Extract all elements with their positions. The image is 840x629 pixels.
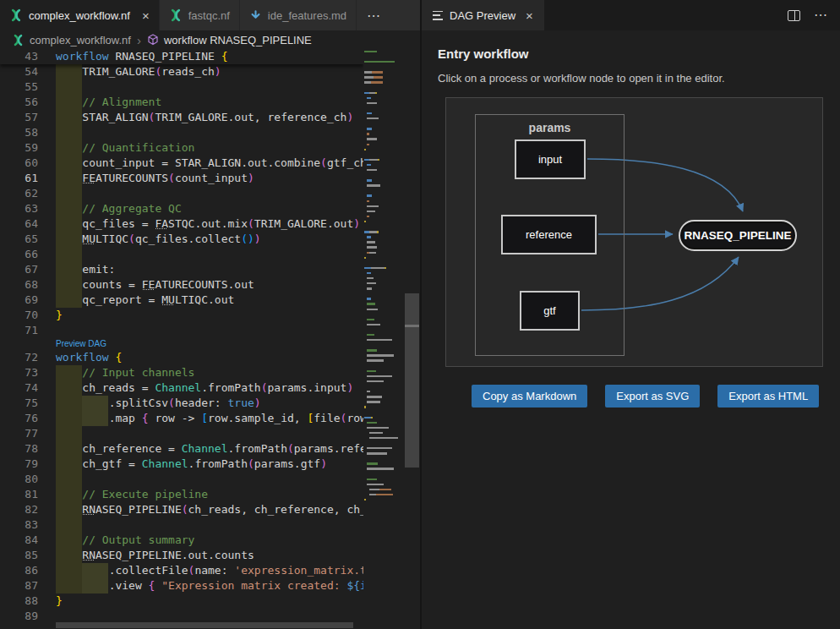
token <box>56 65 82 78</box>
token: ) <box>346 111 353 123</box>
code-line[interactable]: 58 <box>0 125 363 140</box>
code-line[interactable]: 79 ch_gtf = Channel.fromPath(params.gtf) <box>0 457 363 472</box>
code-line[interactable]: 86 .collectFile(name: 'expression_matrix… <box>0 563 363 578</box>
token <box>56 503 82 516</box>
code-line[interactable]: 60 count_input = STAR_ALIGN.out.combine(… <box>0 156 363 171</box>
token: .out.mix <box>194 217 248 230</box>
tab-label: complex_workflow.nf <box>29 9 130 22</box>
token: } <box>56 594 63 607</box>
node-reference[interactable]: reference <box>501 215 597 254</box>
code-line[interactable]: 76 .map { row -> [row.sample_id, [file(r… <box>0 411 363 426</box>
line-number: 55 <box>0 79 52 95</box>
token: MULTIQC <box>82 232 128 245</box>
code-line[interactable]: 57 STAR_ALIGN(TRIM_GALORE.out, reference… <box>0 110 363 125</box>
code-line[interactable]: 54 TRIM_GALORE(reads_ch) <box>0 64 363 79</box>
token: FEATURECOUNTS <box>82 172 168 184</box>
code-line[interactable]: 65 MULTIQC(qc_files.collect()) <box>0 232 363 247</box>
code-line[interactable]: 82 RNASEQ_PIPELINE(ch_reads, ch_referenc… <box>0 502 363 517</box>
copy-as-markdown-button[interactable]: Copy as Markdown <box>472 385 587 407</box>
line-number: 82 <box>0 502 52 517</box>
token: // Execute pipeline <box>82 488 208 500</box>
token: STAR_ALIGN <box>82 111 148 123</box>
token: row.fa <box>346 412 363 424</box>
token: FASTQC <box>155 217 194 230</box>
close-icon[interactable]: × <box>526 8 533 23</box>
line-number: 80 <box>0 472 52 487</box>
code-line[interactable]: 55 <box>0 79 363 95</box>
code-line[interactable]: 81 // Execute pipeline <box>0 487 363 502</box>
panel-actions: ⋯ <box>788 8 840 22</box>
token <box>56 488 82 500</box>
indent-highlight <box>56 426 82 441</box>
code-line[interactable]: 61 FEATURECOUNTS(count_input) <box>0 171 363 186</box>
tab-overflow-icon[interactable]: ⋯ <box>357 0 392 30</box>
token: emit: <box>82 263 115 276</box>
code-line[interactable]: 72workflow { <box>0 350 363 365</box>
line-number: 81 <box>0 487 52 502</box>
code-line[interactable]: 78 ch_reference = Channel.fromPath(param… <box>0 441 363 457</box>
token: .map <box>109 412 142 424</box>
code-line[interactable]: 43workflow RNASEQ_PIPELINE { <box>0 49 363 64</box>
indent-highlight <box>56 247 82 262</box>
breadcrumb-symbol[interactable]: workflow RNASEQ_PIPELINE <box>164 34 312 46</box>
code-line[interactable]: 84 // Output summary <box>0 533 363 548</box>
token <box>56 141 82 154</box>
line-number: 43 <box>0 49 52 64</box>
token <box>56 278 82 291</box>
code-line[interactable]: 62 <box>0 186 363 201</box>
token: header: <box>175 397 228 409</box>
horizontal-scrollbar[interactable] <box>56 622 353 628</box>
code-line[interactable]: 67 emit: <box>0 262 363 277</box>
code-line[interactable]: 73 // Input channels <box>0 365 363 380</box>
code-line[interactable]: 88} <box>0 593 363 609</box>
code-line[interactable]: 70} <box>0 308 363 323</box>
line-number: 84 <box>0 533 52 548</box>
code-line[interactable]: 59 // Quantification <box>0 140 363 156</box>
code-line[interactable]: 74 ch_reads = Channel.fromPath(params.in… <box>0 380 363 396</box>
code-line[interactable]: 64 qc_files = FASTQC.out.mix(TRIM_GALORE… <box>0 216 363 232</box>
vertical-scrollbar[interactable] <box>405 293 419 468</box>
tab-ide-features[interactable]: ide_features.md <box>240 0 357 30</box>
code-line[interactable]: 56 // Alignment <box>0 95 363 110</box>
export-as-html-button[interactable]: Export as HTML <box>717 385 819 407</box>
more-actions-icon[interactable]: ⋯ <box>814 8 828 22</box>
node-gtf[interactable]: gtf <box>520 291 580 331</box>
tab-complex-workflow[interactable]: complex_workflow.nf × <box>0 0 160 30</box>
code-line[interactable]: 63 // Aggregate QC <box>0 201 363 216</box>
code-line[interactable]: 77 <box>0 426 363 441</box>
code-line[interactable]: 71 <box>0 323 363 338</box>
indent-highlight <box>56 517 82 533</box>
tab-dag-preview[interactable]: DAG Preview × <box>422 0 544 30</box>
line-number: 63 <box>0 201 52 216</box>
line-number: 64 <box>0 216 52 232</box>
code-line[interactable]: 85 RNASEQ_PIPELINE.out.counts <box>0 548 363 563</box>
token: params.gtf <box>254 457 320 470</box>
minimap[interactable] <box>364 49 405 617</box>
code-area[interactable]: 43workflow RNASEQ_PIPELINE { 54 TRIM_GAL… <box>0 49 363 629</box>
token: .out <box>228 278 254 291</box>
code-line[interactable]: 83 <box>0 517 363 533</box>
token: ch_reads, ch_reference, ch_gtf <box>188 503 363 516</box>
token <box>56 217 82 230</box>
token: workflow <box>56 351 115 364</box>
export-as-svg-button[interactable]: Export as SVG <box>605 385 700 407</box>
tab-fastqc[interactable]: fastqc.nf <box>160 0 240 30</box>
breadcrumb-file[interactable]: complex_workflow.nf <box>30 34 131 46</box>
code-line[interactable]: 75 .splitCsv(header: true) <box>0 396 363 411</box>
codelens-preview-dag[interactable]: Preview DAG <box>0 338 363 350</box>
token <box>56 549 82 561</box>
code-line[interactable]: 69 qc_report = MULTIQC.out <box>0 293 363 308</box>
token: qc_files = <box>82 217 155 230</box>
node-input[interactable]: input <box>515 139 586 179</box>
line-number: 57 <box>0 110 52 125</box>
close-icon[interactable]: × <box>142 9 150 22</box>
code-line[interactable]: 66 <box>0 247 363 262</box>
node-rnaseq-pipeline[interactable]: RNASEQ_PIPELINE <box>679 220 797 251</box>
token: // Quantification <box>82 141 194 154</box>
code-line[interactable]: 87 .view { "Expression matrix created: $… <box>0 578 363 593</box>
code-line[interactable]: 80 <box>0 472 363 487</box>
token: ${it} <box>346 579 363 592</box>
code-line[interactable]: 68 counts = FEATURECOUNTS.out <box>0 277 363 293</box>
split-editor-icon[interactable] <box>788 10 800 21</box>
sticky-scroll-line[interactable]: 43workflow RNASEQ_PIPELINE { <box>0 49 363 64</box>
